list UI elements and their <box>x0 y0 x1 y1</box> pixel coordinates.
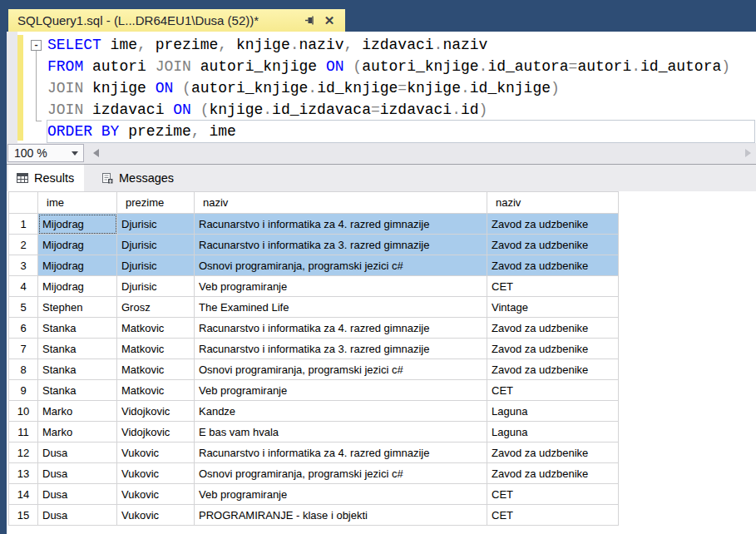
grid-column-header[interactable]: prezime <box>117 192 195 214</box>
row-number-cell[interactable]: 4 <box>9 276 38 297</box>
grid-cell-izdavac[interactable]: Zavod za udzbenike <box>487 463 619 484</box>
grid-cell-ime[interactable]: Marko <box>38 422 117 443</box>
grid-cell-ime[interactable]: Stephen <box>38 297 117 318</box>
grid-cell-izdavac[interactable]: Zavod za udzbenike <box>487 214 619 235</box>
grid-cell-naziv[interactable]: Racunarstvo i informatika za 4. razred g… <box>195 214 487 235</box>
grid-cell-naziv[interactable]: Veb programiranje <box>195 380 487 401</box>
grid-cell-prezime[interactable]: Vidojkovic <box>117 422 195 443</box>
grid-column-header[interactable]: naziv <box>195 192 487 214</box>
grid-cell-prezime[interactable]: Grosz <box>117 297 195 318</box>
row-number-cell[interactable]: 6 <box>9 318 38 339</box>
grid-cell-izdavac[interactable]: Zavod za udzbenike <box>487 443 619 463</box>
tab-results[interactable]: Results <box>8 165 84 191</box>
grid-cell-izdavac[interactable]: Laguna <box>487 401 619 422</box>
grid-cell-prezime[interactable]: Vukovic <box>117 443 195 463</box>
code-line[interactable]: JOIN knjige ON (autori_knjige.id_knjige=… <box>47 77 754 99</box>
grid-cell-izdavac[interactable]: CET <box>487 276 619 297</box>
close-icon[interactable]: ✕ <box>322 13 337 28</box>
grid-cell-naziv[interactable]: Kandze <box>195 401 487 422</box>
grid-cell-ime[interactable]: Mijodrag <box>38 235 117 255</box>
grid-cell-prezime[interactable]: Matkovic <box>117 318 195 339</box>
row-number-cell[interactable]: 12 <box>9 443 38 463</box>
row-number-cell[interactable]: 13 <box>9 463 38 484</box>
collapse-region-icon[interactable]: - <box>31 40 42 51</box>
row-number-cell[interactable]: 9 <box>9 380 38 401</box>
row-number-cell[interactable]: 14 <box>9 484 38 505</box>
grid-cell-ime[interactable]: Dusa <box>38 484 117 505</box>
grid-cell-ime[interactable]: Mijodrag <box>38 255 117 276</box>
code-line[interactable]: JOIN izdavaci ON (knjige.id_izdavaca=izd… <box>47 99 754 121</box>
grid-corner-cell[interactable] <box>9 192 38 214</box>
grid-cell-naziv[interactable]: Osnovi programiranja, programski jezici … <box>195 359 487 380</box>
grid-cell-izdavac[interactable]: Laguna <box>487 422 619 443</box>
grid-cell-prezime[interactable]: Vidojkovic <box>117 401 195 422</box>
grid-column-header[interactable]: ime <box>38 192 117 214</box>
grid-cell-ime[interactable]: Mijodrag <box>38 276 117 297</box>
grid-cell-izdavac[interactable]: Zavod za udzbenike <box>487 235 619 255</box>
grid-cell-prezime[interactable]: Matkovic <box>117 359 195 380</box>
grid-cell-prezime[interactable]: Djurisic <box>117 214 195 235</box>
grid-cell-naziv[interactable]: Veb programiranje <box>195 484 487 505</box>
row-number-cell[interactable]: 11 <box>9 422 38 443</box>
zoom-dropdown[interactable]: 100 % <box>7 144 84 162</box>
code-token: autori_knjige <box>362 58 478 75</box>
grid-cell-ime[interactable]: Marko <box>38 401 117 422</box>
grid-cell-prezime[interactable]: Djurisic <box>117 276 195 297</box>
grid-cell-naziv[interactable]: Osnovi programiranja, programski jezici … <box>195 463 487 484</box>
grid-cell-prezime[interactable]: Vukovic <box>117 505 195 526</box>
grid-cell-izdavac[interactable]: CET <box>487 484 619 505</box>
row-number-cell[interactable]: 5 <box>9 297 38 318</box>
grid-cell-ime[interactable]: Stanka <box>38 339 117 359</box>
grid-cell-izdavac[interactable]: Vintage <box>487 297 619 318</box>
row-number-cell[interactable]: 10 <box>9 401 38 422</box>
row-number-cell[interactable]: 15 <box>9 505 38 526</box>
code-line[interactable]: ORDER BY prezime, ime <box>47 121 754 142</box>
grid-cell-ime[interactable]: Dusa <box>38 505 117 526</box>
code-token: , <box>218 37 227 53</box>
row-number-cell[interactable]: 8 <box>9 359 38 380</box>
grid-cell-naziv[interactable]: Racunarstvo i informatika za 4. razred g… <box>195 318 487 339</box>
grid-cell-prezime[interactable]: Matkovic <box>117 339 195 359</box>
grid-column-header[interactable]: naziv <box>487 192 619 214</box>
code-line[interactable]: SELECT ime, prezime, knjige.naziv, izdav… <box>47 34 754 56</box>
grid-cell-prezime[interactable]: Vukovic <box>117 484 195 505</box>
sql-editor[interactable]: - SELECT ime, prezime, knjige.naziv, izd… <box>7 32 756 143</box>
code-token: izdavaci <box>83 101 173 118</box>
grid-cell-prezime[interactable]: Djurisic <box>117 235 195 255</box>
code-line[interactable]: FROM autori JOIN autori_knjige ON (autor… <box>47 56 754 77</box>
row-number-cell[interactable]: 7 <box>9 339 38 359</box>
grid-cell-ime[interactable]: Dusa <box>38 443 117 463</box>
grid-cell-naziv[interactable]: E bas vam hvala <box>195 422 487 443</box>
grid-cell-ime[interactable]: Dusa <box>38 463 117 484</box>
grid-cell-prezime[interactable]: Djurisic <box>117 255 195 276</box>
grid-cell-naziv[interactable]: Osnovi programiranja, programski jezici … <box>195 255 487 276</box>
grid-cell-izdavac[interactable]: Zavod za udzbenike <box>487 318 619 339</box>
grid-cell-izdavac[interactable]: CET <box>487 505 619 526</box>
grid-cell-naziv[interactable]: Veb programiranje <box>195 276 487 297</box>
grid-cell-prezime[interactable]: Matkovic <box>117 380 195 401</box>
scroll-right-arrow-icon[interactable] <box>745 149 751 157</box>
grid-cell-naziv[interactable]: Racunarstvo i informatika za 4. razred g… <box>195 443 487 463</box>
grid-cell-ime[interactable]: Stanka <box>38 380 117 401</box>
grid-cell-ime[interactable]: Mijodrag <box>38 214 117 235</box>
scroll-left-arrow-icon[interactable] <box>93 149 99 157</box>
row-number-cell[interactable]: 1 <box>9 214 38 235</box>
pin-icon[interactable] <box>302 13 317 28</box>
tab-messages[interactable]: Messages <box>93 165 184 191</box>
grid-cell-izdavac[interactable]: Zavod za udzbenike <box>487 255 619 276</box>
grid-cell-prezime[interactable]: Vukovic <box>117 463 195 484</box>
grid-cell-naziv[interactable]: The Examined Life <box>195 297 487 318</box>
document-tab[interactable]: SQLQuery1.sql - (L...DR64EU1\Dusa (52))*… <box>8 9 345 32</box>
grid-cell-izdavac[interactable]: Zavod za udzbenike <box>487 339 619 359</box>
editor-horizontal-scrollbar[interactable]: 100 % <box>7 143 756 165</box>
grid-cell-ime[interactable]: Stanka <box>38 359 117 380</box>
grid-cell-naziv[interactable]: Racunarstvo i informatika za 3. razred g… <box>195 235 487 255</box>
grid-cell-naziv[interactable]: Racunarstvo i informatika za 3. razred g… <box>195 339 487 359</box>
code-token: prezime <box>119 123 190 140</box>
grid-cell-naziv[interactable]: PROGRAMIRANJE - klase i objekti <box>195 505 487 526</box>
row-number-cell[interactable]: 2 <box>9 235 38 255</box>
grid-cell-izdavac[interactable]: Zavod za udzbenike <box>487 359 619 380</box>
grid-cell-izdavac[interactable]: CET <box>487 380 619 401</box>
row-number-cell[interactable]: 3 <box>9 255 38 276</box>
grid-cell-ime[interactable]: Stanka <box>38 318 117 339</box>
